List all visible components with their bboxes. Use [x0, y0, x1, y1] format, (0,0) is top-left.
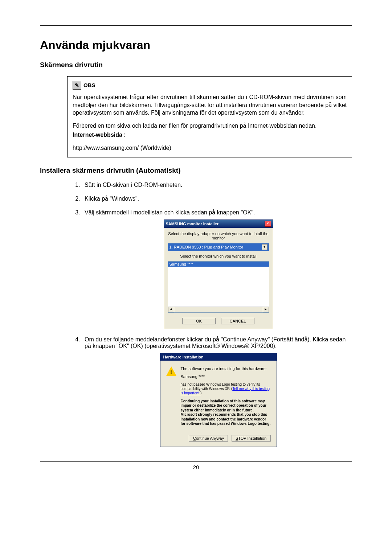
step-3: Välj skärmmodell i modellistan och klick…: [82, 209, 352, 329]
install-steps: Sätt in CD-skivan i CD-ROM-enheten. Klic…: [67, 182, 352, 447]
dialog-1-text1: Select the display adapter on which you …: [168, 231, 269, 240]
note-icon: ✎: [73, 81, 81, 90]
dialog-2-body: The software you are installing for this…: [160, 361, 277, 434]
hw-line4: Continuing your installation of this sof…: [181, 399, 271, 426]
continue-anyway-button[interactable]: Continue Anyway: [189, 435, 228, 442]
top-rule: [40, 25, 352, 26]
continue-label-rest: ontinue Anyway: [196, 436, 224, 440]
step-4-text: Om du ser följande meddelandefönster kli…: [85, 336, 346, 349]
section-heading-driver: Skärmens drivrutin: [40, 61, 352, 69]
note-header: ✎ OBS: [73, 81, 347, 90]
scroll-right-icon[interactable]: ►: [263, 307, 269, 312]
step-3-text: Välj skärmmodell i modellistan och klick…: [85, 209, 255, 216]
step-2: Klicka på "Windows".: [82, 196, 352, 202]
page-title: Använda mjukvaran: [40, 38, 352, 52]
hardware-installation-dialog: Hardware Installation The software you a…: [160, 353, 277, 447]
stop-installation-button[interactable]: STOP Installation: [232, 435, 271, 442]
note-paragraph-1: När operativsystemet frågar efter drivru…: [73, 93, 347, 117]
page-number: 20: [40, 464, 352, 470]
obs-note-box: ✎ OBS När operativsystemet frågar efter …: [67, 76, 352, 157]
page: Använda mjukvaran Skärmens drivrutin ✎ O…: [0, 0, 392, 554]
scroll-left-icon[interactable]: ◄: [168, 307, 174, 312]
dialog-1-title: SAMSUNG monitor installer: [166, 222, 219, 226]
dialog-2-title: Hardware Installation: [160, 353, 277, 361]
chevron-down-icon[interactable]: ▼: [262, 244, 268, 250]
dialog-1-titlebar: SAMSUNG monitor installer ×: [164, 220, 273, 228]
section-heading-install: Installera skärmens drivrutin (Automatis…: [40, 167, 352, 175]
dialog-1-buttons: OK CANCEL: [168, 318, 269, 324]
monitor-list-item[interactable]: Samsung ****: [168, 262, 269, 267]
internet-site-label: Internet-webbsida :: [73, 131, 347, 139]
note-label: OBS: [83, 82, 95, 89]
dialog-2-wrap: Hardware Installation The software you a…: [85, 353, 352, 447]
bottom-rule: [40, 461, 352, 462]
dialog-1-wrap: SAMSUNG monitor installer × Select the d…: [85, 219, 352, 329]
dialog-2-buttons: Continue Anyway STOP Installation: [160, 434, 277, 447]
hw-line2: Samsung ****: [181, 374, 271, 379]
monitor-list[interactable]: Samsung **** ◄ ►: [168, 261, 269, 313]
dialog-1-body: Select the display adapter on which you …: [164, 228, 273, 329]
dialog-1-text2: Select the monitor which you want to ins…: [168, 254, 269, 258]
close-icon[interactable]: ×: [265, 221, 271, 227]
warning-icon: [166, 366, 176, 377]
cancel-button[interactable]: CANCEL: [221, 318, 254, 324]
hw-line1: The software you are installing for this…: [181, 366, 271, 371]
note-paragraph-2: Förbered en tom skiva och ladda ner file…: [73, 122, 347, 130]
step-4: Om du ser följande meddelandefönster kli…: [82, 336, 352, 447]
horizontal-scrollbar[interactable]: ◄ ►: [168, 307, 269, 312]
samsung-installer-dialog: SAMSUNG monitor installer × Select the d…: [164, 219, 273, 329]
stop-label-rest: TOP Installation: [238, 436, 266, 440]
ok-button[interactable]: OK: [182, 318, 216, 324]
hw-line3b: ): [200, 391, 201, 395]
step-1: Sätt in CD-skivan i CD-ROM-enheten.: [82, 182, 352, 188]
dialog-2-text: The software you are installing for this…: [181, 366, 271, 430]
hw-line3: has not passed Windows Logo testing to v…: [181, 382, 271, 395]
adapter-select-value: 1. RADEON 9550 : Plug and Play Monitor: [170, 245, 244, 249]
adapter-select[interactable]: 1. RADEON 9550 : Plug and Play Monitor ▼: [168, 243, 269, 251]
internet-site-url: http://www.samsung.com/ (Worldwide): [73, 144, 347, 152]
